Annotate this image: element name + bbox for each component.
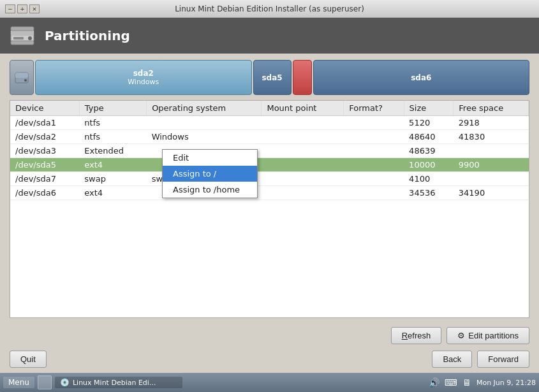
taskbar-app-icon: 💿 bbox=[60, 378, 70, 387]
col-type: Type bbox=[79, 101, 146, 116]
cell-3 bbox=[262, 186, 344, 200]
table-row[interactable]: /dev/sda3Extended48639 bbox=[10, 144, 529, 158]
disk-part-sda1[interactable] bbox=[10, 60, 34, 95]
cell-0: /dev/sda5 bbox=[10, 158, 79, 172]
quit-button[interactable]: Quit bbox=[10, 351, 47, 368]
close-button[interactable]: × bbox=[29, 4, 40, 13]
cell-1: ext4 bbox=[79, 158, 146, 172]
svg-rect-4 bbox=[11, 27, 34, 31]
cell-5: 10000 bbox=[404, 158, 454, 172]
cell-0: /dev/sda3 bbox=[10, 144, 79, 158]
disk-part-sda2-sublabel: Windows bbox=[128, 78, 159, 86]
svg-point-2 bbox=[28, 36, 32, 40]
cell-4 bbox=[344, 158, 404, 172]
page-title: Partitioning bbox=[45, 28, 130, 43]
disk-part-sda5-label: sda5 bbox=[262, 73, 282, 82]
cell-4 bbox=[344, 172, 404, 186]
col-mount: Mount point bbox=[262, 101, 344, 116]
cell-3 bbox=[262, 144, 344, 158]
main-window: Partitioning sda2 Windows sda5 sda6 bbox=[0, 18, 539, 373]
cell-5: 34536 bbox=[404, 186, 454, 200]
cell-6: 41830 bbox=[454, 130, 529, 144]
context-menu-assign-home[interactable]: Assign to /home bbox=[163, 182, 257, 198]
cell-6 bbox=[454, 172, 529, 186]
action-buttons: Refresh ⚙ Edit partitions bbox=[0, 323, 539, 348]
edit-partitions-icon: ⚙ bbox=[457, 331, 465, 340]
taskbar-right: 🔊 ⌨ 🖥 Mon Jun 9, 21:28 bbox=[429, 377, 536, 388]
disk-part-sda5[interactable]: sda5 bbox=[253, 60, 292, 95]
cell-1: ntfs bbox=[79, 130, 146, 144]
cell-1: Extended bbox=[79, 144, 146, 158]
cell-3 bbox=[262, 158, 344, 172]
col-free: Free space bbox=[454, 101, 529, 116]
title-bar: − + × Linux Mint Debian Edition Installe… bbox=[0, 0, 539, 18]
cell-6: 34190 bbox=[454, 186, 529, 200]
disk-part-sda6[interactable]: sda6 bbox=[313, 60, 530, 95]
keyboard-icon[interactable]: ⌨ bbox=[445, 377, 457, 388]
col-os: Operating system bbox=[147, 101, 262, 116]
svg-point-8 bbox=[24, 79, 27, 82]
cell-0: /dev/sda1 bbox=[10, 116, 79, 130]
cell-1: swap bbox=[79, 172, 146, 186]
cell-4 bbox=[344, 130, 404, 144]
table-row[interactable]: /dev/sda7swapswap4100 bbox=[10, 172, 529, 186]
window-title: Linux Mint Debian Edition Installer (as … bbox=[43, 4, 496, 13]
refresh-label: Refresh bbox=[402, 331, 431, 340]
cell-5: 4100 bbox=[404, 172, 454, 186]
volume-icon[interactable]: 🔊 bbox=[429, 377, 439, 388]
table-row[interactable]: /dev/sda1ntfs51202918 bbox=[10, 116, 529, 130]
taskbar-menu[interactable]: Menu bbox=[3, 377, 34, 388]
cell-3 bbox=[262, 130, 344, 144]
cell-0: /dev/sda2 bbox=[10, 130, 79, 144]
col-format: Format? bbox=[344, 101, 404, 116]
cell-6: 9900 bbox=[454, 158, 529, 172]
taskbar-app[interactable]: 💿 Linux Mint Debian Edi... bbox=[55, 377, 182, 388]
taskbar: Menu 💿 Linux Mint Debian Edi... 🔊 ⌨ 🖥 Mo… bbox=[0, 373, 539, 392]
cell-0: /dev/sda7 bbox=[10, 172, 79, 186]
cell-0: /dev/sda6 bbox=[10, 186, 79, 200]
cell-2 bbox=[147, 116, 262, 130]
edit-partitions-label: Edit partitions bbox=[468, 331, 519, 340]
disk-part-sda6-label: sda6 bbox=[411, 73, 431, 82]
svg-rect-7 bbox=[15, 73, 28, 78]
table-row[interactable]: /dev/sda5ext4100009900 bbox=[10, 158, 529, 172]
network-icon[interactable]: 🖥 bbox=[462, 377, 471, 388]
refresh-button[interactable]: Refresh bbox=[391, 327, 442, 344]
partitioning-icon bbox=[10, 24, 35, 47]
svg-rect-5 bbox=[11, 41, 34, 45]
cell-6 bbox=[454, 144, 529, 158]
context-menu-edit[interactable]: Edit bbox=[163, 150, 257, 166]
taskbar-app-label: Linux Mint Debian Edi... bbox=[73, 379, 156, 387]
partition-table: Device Type Operating system Mount point… bbox=[10, 101, 529, 200]
col-device: Device bbox=[10, 101, 79, 116]
disk-part-sda2-label: sda2 bbox=[133, 69, 154, 78]
desktop-button[interactable] bbox=[38, 375, 52, 389]
context-menu: Edit Assign to / Assign to /home bbox=[162, 149, 258, 198]
back-button[interactable]: Back bbox=[432, 351, 472, 368]
table-row[interactable]: /dev/sda6ext43453634190 bbox=[10, 186, 529, 200]
maximize-button[interactable]: + bbox=[17, 4, 27, 13]
page-header: Partitioning bbox=[0, 18, 539, 54]
cell-4 bbox=[344, 116, 404, 130]
navigation-area: Quit Back Forward bbox=[0, 348, 539, 373]
context-menu-assign-root[interactable]: Assign to / bbox=[163, 166, 257, 182]
minimize-button[interactable]: − bbox=[5, 4, 15, 13]
cell-4 bbox=[344, 186, 404, 200]
table-row[interactable]: /dev/sda2ntfsWindows4864041830 bbox=[10, 130, 529, 144]
cell-5: 48640 bbox=[404, 130, 454, 144]
taskbar-clock: Mon Jun 9, 21:28 bbox=[476, 379, 536, 387]
cell-3 bbox=[262, 116, 344, 130]
cell-2: Windows bbox=[147, 130, 262, 144]
edit-partitions-button[interactable]: ⚙ Edit partitions bbox=[447, 327, 529, 344]
disk-visualization: sda2 Windows sda5 sda6 bbox=[10, 60, 529, 95]
cell-5: 5120 bbox=[404, 116, 454, 130]
cell-3 bbox=[262, 172, 344, 186]
partition-content: Device Type Operating system Mount point… bbox=[10, 100, 529, 318]
cell-5: 48639 bbox=[404, 144, 454, 158]
disk-part-sda5-red[interactable] bbox=[293, 60, 312, 95]
svg-rect-3 bbox=[13, 37, 24, 40]
cell-4 bbox=[344, 144, 404, 158]
disk-part-sda2[interactable]: sda2 Windows bbox=[35, 60, 252, 95]
forward-button[interactable]: Forward bbox=[477, 351, 529, 368]
cell-1: ext4 bbox=[79, 186, 146, 200]
